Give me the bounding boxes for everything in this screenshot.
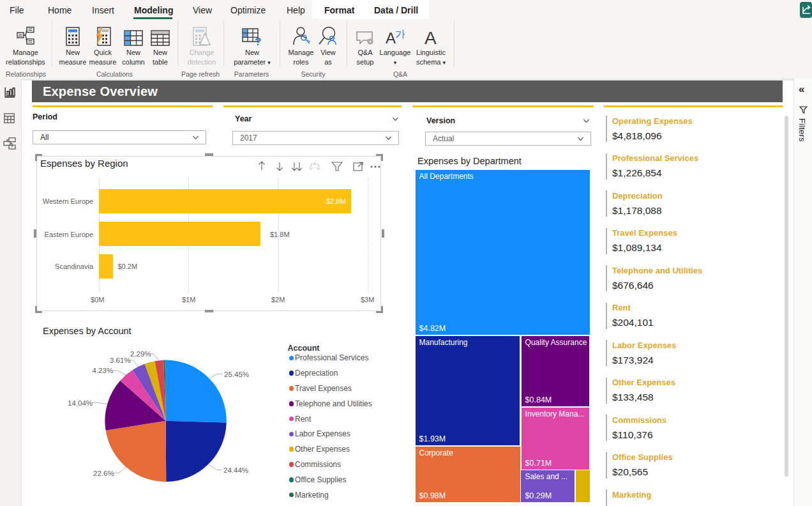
svg-text:가: 가	[395, 29, 405, 40]
svg-text:A: A	[386, 29, 396, 46]
svg-text:A: A	[425, 28, 437, 46]
svg-text:?: ?	[255, 36, 261, 46]
